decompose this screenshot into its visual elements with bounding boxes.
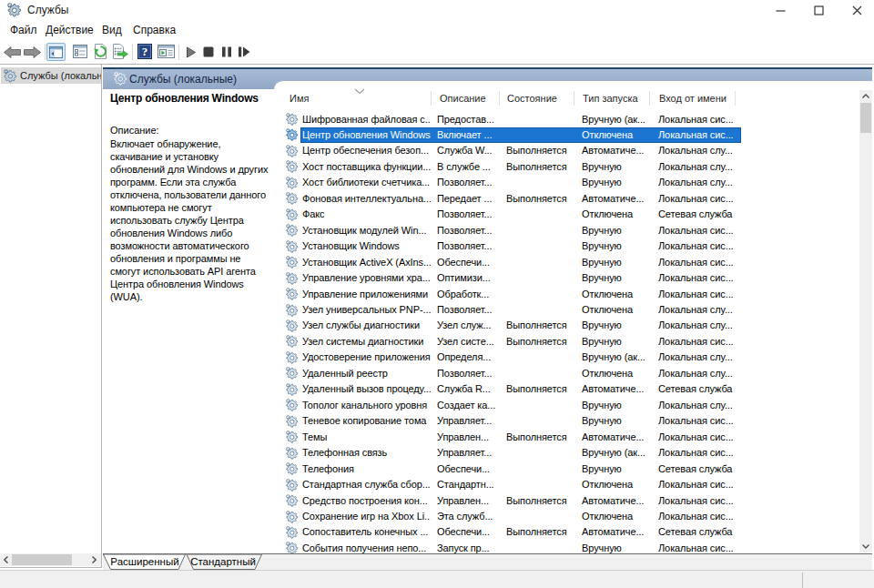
cell-description: Создает ка... bbox=[437, 398, 504, 414]
cell-description: В службе ... bbox=[437, 159, 504, 176]
toolbar-separator bbox=[132, 45, 133, 60]
service-gear-icon bbox=[286, 272, 299, 285]
column-header-logon-as[interactable]: Вход от имени bbox=[659, 89, 727, 107]
table-row[interactable]: Стандартная служба сбор...Стандартн...От… bbox=[274, 477, 859, 493]
tab-standard[interactable]: Стандартный bbox=[183, 554, 263, 570]
table-row[interactable]: Теневое копирование томаУправляет...Вруч… bbox=[274, 413, 859, 430]
properties-button[interactable] bbox=[72, 44, 88, 59]
back-button[interactable] bbox=[3, 46, 21, 59]
cell-name: Управление приложениями bbox=[302, 287, 431, 303]
start-service-button[interactable] bbox=[184, 45, 198, 59]
cell-state: Выполняется bbox=[506, 191, 579, 208]
menu-item-1[interactable]: Действие bbox=[44, 20, 96, 40]
close-icon bbox=[852, 5, 862, 15]
back-icon bbox=[4, 46, 21, 58]
table-row[interactable]: Узел системы диагностикиУзел систе...Вып… bbox=[274, 334, 859, 350]
cell-state bbox=[506, 366, 579, 382]
export-list-button[interactable] bbox=[112, 43, 128, 59]
sidebar-item-services-local[interactable]: Службы (локальные) bbox=[1, 67, 101, 84]
column-header-state[interactable]: Состояние bbox=[507, 89, 557, 107]
cell-state bbox=[506, 398, 579, 414]
extended-view-button[interactable] bbox=[157, 44, 175, 59]
menu-item-3[interactable]: Справка bbox=[131, 20, 178, 40]
cell-state: Выполняется bbox=[506, 430, 579, 446]
table-row[interactable]: Телефонная связьУправляет...Вручную (ак.… bbox=[274, 445, 859, 461]
cell-name: Телефонная связь bbox=[302, 445, 431, 461]
service-gear-icon bbox=[286, 447, 299, 460]
table-row[interactable]: Установщик модулей Win...Позволяет...Вру… bbox=[274, 223, 859, 239]
table-row[interactable]: Удаленный реестрПозволяет...ОтключенаЛок… bbox=[274, 366, 859, 382]
table-row[interactable]: Управление уровнями хра...Оптимизи...Вру… bbox=[274, 270, 859, 287]
table-row[interactable]: События получения непо...Запуск пр...Вру… bbox=[274, 541, 859, 553]
start-service-icon bbox=[186, 46, 197, 58]
table-row[interactable]: Установщик WindowsПозволяет...ВручнуюЛок… bbox=[274, 238, 859, 255]
window-title: Службы bbox=[27, 0, 68, 20]
cell-name: Шифрованная файловая с... bbox=[302, 112, 431, 128]
cell-startup: Вручную (ак... bbox=[582, 350, 656, 366]
cell-state bbox=[506, 255, 579, 271]
cell-description: Позволяет... bbox=[437, 366, 504, 382]
restart-service-button[interactable] bbox=[236, 45, 252, 59]
help-button[interactable]: ? bbox=[137, 43, 152, 59]
table-row[interactable]: Узел службы диагностикиУзел служ...Выпол… bbox=[274, 318, 859, 334]
table-row[interactable]: ФаксПозволяет...ОтключенаСетевая служба bbox=[274, 207, 859, 223]
cell-name: Удостоверение приложения bbox=[302, 350, 431, 366]
close-button[interactable] bbox=[838, 0, 874, 20]
cell-logon: Локальная сис... bbox=[658, 112, 735, 128]
restart-service-icon bbox=[238, 46, 250, 57]
table-row[interactable]: Хост поставщика функции...В службе ...Вы… bbox=[274, 159, 859, 176]
table-row[interactable]: Тополог канального уровняСоздает ка...Вр… bbox=[274, 398, 859, 414]
scroll-left-button[interactable] bbox=[0, 553, 12, 566]
table-row[interactable]: ТелефонияОбеспечи...ВручнуюСетевая служб… bbox=[274, 461, 859, 478]
table-row[interactable]: ТемыУправлен...ВыполняетсяАвтоматиче...Л… bbox=[274, 430, 859, 446]
scroll-right-button[interactable] bbox=[87, 553, 101, 566]
cell-description: Управлен... bbox=[437, 430, 504, 446]
menu-item-0[interactable]: Файл bbox=[8, 20, 39, 40]
column-header-name[interactable]: Имя bbox=[290, 89, 309, 107]
forward-button[interactable] bbox=[23, 46, 41, 59]
cell-state bbox=[506, 350, 579, 366]
refresh-button[interactable] bbox=[92, 43, 108, 59]
tab-extended[interactable]: Расширенный bbox=[105, 554, 185, 570]
scroll-up-button[interactable] bbox=[859, 90, 872, 102]
table-row[interactable]: Управление приложениямиОбработк...Отключ… bbox=[274, 287, 859, 303]
pause-service-button[interactable] bbox=[219, 45, 234, 59]
table-row[interactable]: Удостоверение приложенияОпределя...Вручн… bbox=[274, 350, 859, 366]
table-row[interactable]: Средство построения кон...Управлен...Вып… bbox=[274, 493, 859, 510]
table-row[interactable]: Узел универсальных PNP-...Позволяет...От… bbox=[274, 302, 859, 319]
table-row[interactable]: Установщик ActiveX (AxIns...Обеспечи...В… bbox=[274, 255, 859, 271]
list-vertical-scrollbar[interactable] bbox=[859, 90, 872, 553]
pause-service-icon bbox=[221, 46, 232, 57]
column-header-startup-type[interactable]: Тип запуска bbox=[583, 89, 638, 107]
cell-logon: Локальная сис... bbox=[658, 223, 735, 239]
scroll-down-button[interactable] bbox=[859, 541, 872, 553]
table-row[interactable]: Центр обновления WindowsВключает ...Откл… bbox=[274, 127, 859, 144]
cell-name: Сохранение игр на Xbox Li... bbox=[302, 509, 431, 525]
stop-service-button[interactable] bbox=[201, 45, 216, 59]
service-gear-icon bbox=[286, 431, 299, 443]
scroll-thumb[interactable] bbox=[12, 554, 72, 565]
show-console-tree-button[interactable] bbox=[46, 43, 66, 61]
table-row[interactable]: Сопоставитель конечных ...Обеспечи...Вып… bbox=[274, 524, 859, 541]
column-header-description[interactable]: Описание bbox=[440, 89, 486, 107]
tree-horizontal-scrollbar[interactable] bbox=[0, 553, 101, 566]
cell-startup: Вручную (ак... bbox=[582, 112, 656, 128]
maximize-button[interactable] bbox=[799, 0, 838, 20]
cell-startup: Автоматиче... bbox=[582, 143, 656, 159]
cell-startup: Вручную bbox=[582, 413, 656, 430]
cell-name: Тополог канального уровня bbox=[302, 398, 431, 414]
cell-description: Обеспечи... bbox=[437, 255, 504, 271]
table-row[interactable]: Хост библиотеки счетчика...Позволяет...В… bbox=[274, 175, 859, 191]
table-row[interactable]: Центр обеспечения безоп...Служба W...Вып… bbox=[274, 143, 859, 159]
cell-startup: Отключена bbox=[582, 127, 656, 144]
cell-name: Управление уровнями хра... bbox=[302, 270, 431, 287]
table-row[interactable]: Фоновая интеллектуальна...Передает ...Вы… bbox=[274, 191, 859, 208]
table-row[interactable]: Удаленный вызов процеду...Служба R...Вып… bbox=[274, 381, 859, 398]
menu-item-2[interactable]: Вид bbox=[100, 20, 124, 40]
scroll-thumb[interactable] bbox=[860, 103, 871, 133]
table-row[interactable]: Шифрованная файловая с...Предостав...Вру… bbox=[274, 112, 859, 128]
minimize-button[interactable] bbox=[761, 0, 799, 20]
refresh-icon bbox=[93, 44, 108, 59]
table-row[interactable]: Сохранение игр на Xbox Li...Эта служб...… bbox=[274, 509, 859, 525]
cell-logon: Локальная сис... bbox=[658, 270, 735, 287]
